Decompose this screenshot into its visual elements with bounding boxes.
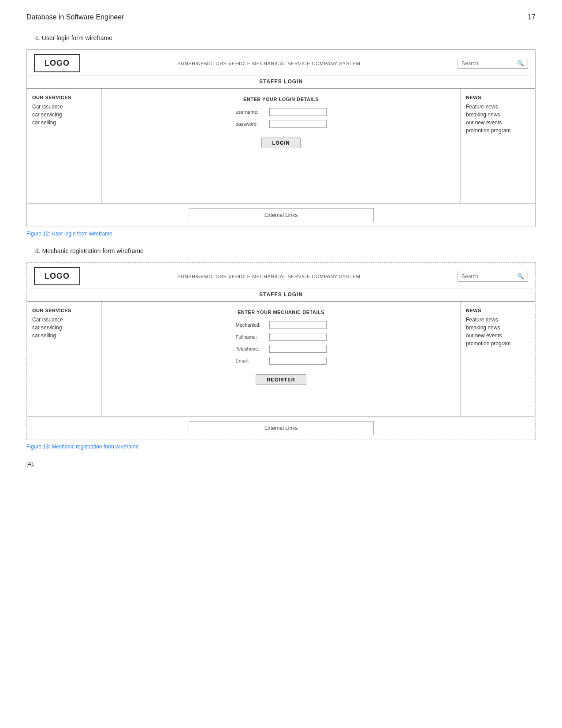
system-title-mechanic: SUNSHINEMOTORS VEHICLE MECHANICAL SERVIC… xyxy=(80,274,458,279)
password-row: password: xyxy=(236,120,327,128)
register-button[interactable]: REGISTER xyxy=(256,374,306,385)
sidebar-title-mechanic: OUR SERVICES xyxy=(32,308,96,313)
fullname-row: Fullname: xyxy=(236,333,327,341)
sidebar-item-car-selling-mechanic[interactable]: car selling xyxy=(32,332,96,339)
search-box-mechanic[interactable]: 🔍 xyxy=(458,271,528,282)
reference: [4]. xyxy=(26,460,536,467)
center-login-form: ENTER YOUR LOGIN DETAILS username: passw… xyxy=(102,89,460,203)
news-feature-mechanic[interactable]: Feature news xyxy=(466,317,530,323)
wireframe-login: LOGO SUNSHINEMOTORS VEHICLE MECHANICAL S… xyxy=(26,49,536,227)
email-row: Email: xyxy=(236,357,327,365)
search-input-mechanic[interactable] xyxy=(462,273,514,280)
news-feature-login[interactable]: Feature news xyxy=(466,104,530,110)
wireframe-mechanic: LOGO SUNSHINEMOTORS VEHICLE MECHANICAL S… xyxy=(26,262,536,440)
sidebar-item-car-servicing-login[interactable]: car servicing xyxy=(32,112,96,118)
username-label: username: xyxy=(236,109,267,115)
nav-label-mechanic: STAFFS LOGIN xyxy=(259,291,303,298)
logo-mechanic: LOGO xyxy=(34,267,80,285)
username-input[interactable] xyxy=(269,108,327,116)
search-icon-mechanic: 🔍 xyxy=(517,273,524,280)
news-title-login: NEWS xyxy=(466,95,530,100)
center-mechanic-form: ENTER YOUR MECHANIC DETAILS Mechanicd: F… xyxy=(102,302,460,416)
page-number: 17 xyxy=(528,13,536,21)
footer-mechanic: External Links xyxy=(27,416,535,440)
system-title-login: SUNSHINEMOTORS VEHICLE MECHANICAL SERVIC… xyxy=(80,61,458,66)
news-events-login[interactable]: our new events xyxy=(466,119,530,126)
email-label: Email: xyxy=(236,358,267,363)
news-promotion-mechanic[interactable]: promotion program xyxy=(466,340,530,347)
sidebar-mechanic: OUR SERVICES Car issuance car servicing … xyxy=(27,302,102,416)
news-breaking-login[interactable]: breaking news xyxy=(466,112,530,118)
nav-bar-mechanic: STAFFS LOGIN xyxy=(27,288,535,302)
page-title: Database in Software Engineer xyxy=(26,13,124,21)
sidebar-item-car-issuance-login[interactable]: Car issuance xyxy=(32,104,96,110)
sidebar-item-car-servicing-mechanic[interactable]: car servicing xyxy=(32,325,96,331)
telephone-input[interactable] xyxy=(269,345,327,353)
external-links-login: External Links xyxy=(189,208,374,222)
news-title-mechanic: NEWS xyxy=(466,308,530,313)
sidebar-login: OUR SERVICES Car issuance car servicing … xyxy=(27,89,102,203)
figure-13-caption: Figure 13: Mechanic registration form wi… xyxy=(26,444,536,450)
login-form-group: username: password: xyxy=(236,108,327,130)
sidebar-item-car-issuance-mechanic[interactable]: Car issuance xyxy=(32,317,96,323)
section-c-label: c. User login form wireframe xyxy=(35,34,536,41)
mechanicd-row: Mechanicd: xyxy=(236,321,327,329)
search-input-login[interactable] xyxy=(462,60,514,67)
form-title-mechanic: ENTER YOUR MECHANIC DETAILS xyxy=(238,310,324,315)
footer-login: External Links xyxy=(27,203,535,227)
page-header: Database in Software Engineer 17 xyxy=(26,13,536,21)
sidebar-title-login: OUR SERVICES xyxy=(32,95,96,100)
sidebar-item-car-selling-login[interactable]: car selling xyxy=(32,119,96,126)
fullname-label: Fullname: xyxy=(236,334,267,340)
telephone-label: Telephone: xyxy=(236,346,267,351)
external-links-mechanic: External Links xyxy=(189,421,374,435)
right-sidebar-login: NEWS Feature news breaking news our new … xyxy=(460,89,535,203)
logo-login: LOGO xyxy=(34,54,80,72)
password-input[interactable] xyxy=(269,120,327,128)
top-bar-mechanic: LOGO SUNSHINEMOTORS VEHICLE MECHANICAL S… xyxy=(27,263,535,288)
section-d-label: d. Mechanic registration form wireframe xyxy=(35,247,536,254)
main-area-mechanic: OUR SERVICES Car issuance car servicing … xyxy=(27,302,535,416)
figure-12-caption: Figure 12: User login form wireframe xyxy=(26,231,536,237)
mechanicd-input[interactable] xyxy=(269,321,327,329)
news-events-mechanic[interactable]: our new events xyxy=(466,332,530,339)
password-label: password: xyxy=(236,121,267,127)
login-button[interactable]: LOGIN xyxy=(261,138,301,148)
nav-bar-login: STAFFS LOGIN xyxy=(27,75,535,89)
search-box-login[interactable]: 🔍 xyxy=(458,58,528,69)
email-input[interactable] xyxy=(269,357,327,365)
fullname-input[interactable] xyxy=(269,333,327,341)
username-row: username: xyxy=(236,108,327,116)
top-bar-right-mechanic: 🔍 xyxy=(458,271,528,282)
top-bar-right-login: 🔍 xyxy=(458,58,528,69)
news-breaking-mechanic[interactable]: breaking news xyxy=(466,325,530,331)
telephone-row: Telephone: xyxy=(236,345,327,353)
mechanic-form-group: Mechanicd: Fullname: Telephone: Email: xyxy=(236,321,327,366)
mechanicd-label: Mechanicd: xyxy=(236,322,267,328)
news-promotion-login[interactable]: promotion program xyxy=(466,127,530,134)
main-area-login: OUR SERVICES Car issuance car servicing … xyxy=(27,89,535,203)
nav-label-login: STAFFS LOGIN xyxy=(259,78,303,85)
form-title-login: ENTER YOUR LOGIN DETAILS xyxy=(243,97,319,102)
top-bar-login: LOGO SUNSHINEMOTORS VEHICLE MECHANICAL S… xyxy=(27,50,535,75)
search-icon-login: 🔍 xyxy=(517,60,524,67)
right-sidebar-mechanic: NEWS Feature news breaking news our new … xyxy=(460,302,535,416)
